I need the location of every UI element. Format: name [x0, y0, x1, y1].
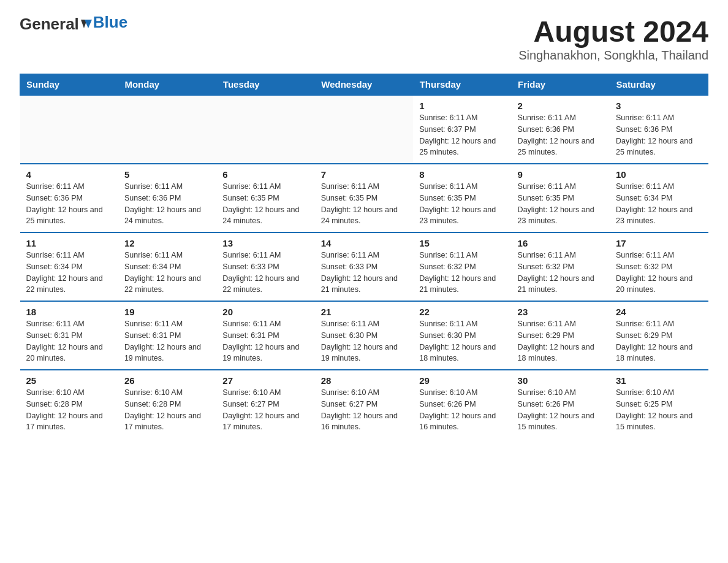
day-number: 14 [321, 238, 407, 248]
day-cell: 10Sunrise: 6:11 AMSunset: 6:34 PMDayligh… [610, 164, 708, 232]
page-header: General Blue August 2024 Singhanakhon, S… [20, 15, 708, 63]
day-info: Sunrise: 6:10 AMSunset: 6:28 PMDaylight:… [124, 387, 210, 433]
day-info: Sunrise: 6:10 AMSunset: 6:26 PMDaylight:… [419, 387, 505, 433]
day-number: 19 [124, 307, 210, 317]
day-cell: 4Sunrise: 6:11 AMSunset: 6:36 PMDaylight… [20, 164, 118, 232]
day-cell: 3Sunrise: 6:11 AMSunset: 6:36 PMDaylight… [610, 95, 708, 164]
day-info: Sunrise: 6:11 AMSunset: 6:33 PMDaylight:… [321, 250, 407, 296]
day-number: 26 [124, 375, 210, 386]
day-number: 20 [222, 307, 308, 317]
day-cell: 23Sunrise: 6:11 AMSunset: 6:29 PMDayligh… [512, 301, 610, 370]
day-number: 29 [419, 375, 505, 386]
day-cell: 24Sunrise: 6:11 AMSunset: 6:29 PMDayligh… [610, 301, 708, 370]
day-cell: 11Sunrise: 6:11 AMSunset: 6:34 PMDayligh… [20, 232, 118, 301]
week-row-4: 18Sunrise: 6:11 AMSunset: 6:31 PMDayligh… [20, 301, 708, 370]
day-cell: 20Sunrise: 6:11 AMSunset: 6:31 PMDayligh… [216, 301, 314, 370]
day-cell: 7Sunrise: 6:11 AMSunset: 6:35 PMDaylight… [315, 164, 413, 232]
day-number: 25 [26, 375, 112, 386]
page-subtitle: Singhanakhon, Songkhla, Thailand [518, 48, 708, 63]
day-cell: 21Sunrise: 6:11 AMSunset: 6:30 PMDayligh… [315, 301, 413, 370]
day-number: 1 [419, 101, 505, 111]
day-info: Sunrise: 6:11 AMSunset: 6:34 PMDaylight:… [26, 250, 112, 296]
day-cell: 14Sunrise: 6:11 AMSunset: 6:33 PMDayligh… [315, 232, 413, 301]
day-cell: 5Sunrise: 6:11 AMSunset: 6:36 PMDaylight… [118, 164, 216, 232]
day-number: 22 [419, 307, 505, 317]
header-friday: Friday [512, 74, 610, 96]
day-cell: 28Sunrise: 6:10 AMSunset: 6:27 PMDayligh… [315, 370, 413, 438]
day-cell: 8Sunrise: 6:11 AMSunset: 6:35 PMDaylight… [413, 164, 511, 232]
day-info: Sunrise: 6:11 AMSunset: 6:34 PMDaylight:… [616, 181, 702, 227]
day-number: 7 [321, 169, 407, 180]
day-cell: 9Sunrise: 6:11 AMSunset: 6:35 PMDaylight… [512, 164, 610, 232]
day-cell [216, 95, 314, 164]
day-info: Sunrise: 6:11 AMSunset: 6:35 PMDaylight:… [222, 181, 308, 227]
day-info: Sunrise: 6:10 AMSunset: 6:26 PMDaylight:… [518, 387, 604, 433]
day-cell: 1Sunrise: 6:11 AMSunset: 6:37 PMDaylight… [413, 95, 511, 164]
header-monday: Monday [118, 74, 216, 96]
header-thursday: Thursday [413, 74, 511, 96]
day-number: 6 [222, 169, 308, 180]
day-number: 23 [518, 307, 604, 317]
day-number: 30 [518, 375, 604, 386]
day-info: Sunrise: 6:11 AMSunset: 6:34 PMDaylight:… [124, 250, 210, 296]
logo-icon [80, 17, 93, 32]
day-info: Sunrise: 6:11 AMSunset: 6:36 PMDaylight:… [616, 112, 702, 158]
day-info: Sunrise: 6:10 AMSunset: 6:27 PMDaylight:… [321, 387, 407, 433]
day-number: 5 [124, 169, 210, 180]
day-info: Sunrise: 6:11 AMSunset: 6:32 PMDaylight:… [518, 250, 604, 296]
day-info: Sunrise: 6:11 AMSunset: 6:36 PMDaylight:… [518, 112, 604, 158]
day-cell: 25Sunrise: 6:10 AMSunset: 6:28 PMDayligh… [20, 370, 118, 438]
day-info: Sunrise: 6:11 AMSunset: 6:29 PMDaylight:… [518, 318, 604, 364]
day-cell: 15Sunrise: 6:11 AMSunset: 6:32 PMDayligh… [413, 232, 511, 301]
day-info: Sunrise: 6:11 AMSunset: 6:33 PMDaylight:… [222, 250, 308, 296]
day-number: 18 [26, 307, 112, 317]
day-number: 8 [419, 169, 505, 180]
day-number: 27 [222, 375, 308, 386]
day-number: 10 [616, 169, 702, 180]
calendar-header-row: SundayMondayTuesdayWednesdayThursdayFrid… [20, 74, 708, 96]
day-info: Sunrise: 6:11 AMSunset: 6:37 PMDaylight:… [419, 112, 505, 158]
week-row-2: 4Sunrise: 6:11 AMSunset: 6:36 PMDaylight… [20, 164, 708, 232]
header-saturday: Saturday [610, 74, 708, 96]
header-wednesday: Wednesday [315, 74, 413, 96]
day-cell: 12Sunrise: 6:11 AMSunset: 6:34 PMDayligh… [118, 232, 216, 301]
page-title: August 2024 [518, 15, 708, 48]
svg-marker-1 [85, 20, 92, 28]
day-info: Sunrise: 6:11 AMSunset: 6:32 PMDaylight:… [419, 250, 505, 296]
day-cell [118, 95, 216, 164]
logo: General Blue [20, 15, 127, 34]
day-info: Sunrise: 6:11 AMSunset: 6:32 PMDaylight:… [616, 250, 702, 296]
day-info: Sunrise: 6:11 AMSunset: 6:30 PMDaylight:… [321, 318, 407, 364]
logo-blue-text: Blue [93, 13, 127, 32]
week-row-5: 25Sunrise: 6:10 AMSunset: 6:28 PMDayligh… [20, 370, 708, 438]
logo-general-text: General [20, 15, 79, 34]
day-info: Sunrise: 6:11 AMSunset: 6:30 PMDaylight:… [419, 318, 505, 364]
day-cell [20, 95, 118, 164]
day-number: 28 [321, 375, 407, 386]
day-number: 16 [518, 238, 604, 248]
day-number: 4 [26, 169, 112, 180]
day-number: 3 [616, 101, 702, 111]
day-cell: 18Sunrise: 6:11 AMSunset: 6:31 PMDayligh… [20, 301, 118, 370]
day-number: 15 [419, 238, 505, 248]
day-info: Sunrise: 6:11 AMSunset: 6:31 PMDaylight:… [222, 318, 308, 364]
day-number: 11 [26, 238, 112, 248]
day-cell: 19Sunrise: 6:11 AMSunset: 6:31 PMDayligh… [118, 301, 216, 370]
day-number: 13 [222, 238, 308, 248]
day-cell: 6Sunrise: 6:11 AMSunset: 6:35 PMDaylight… [216, 164, 314, 232]
day-info: Sunrise: 6:11 AMSunset: 6:31 PMDaylight:… [124, 318, 210, 364]
day-cell [315, 95, 413, 164]
week-row-3: 11Sunrise: 6:11 AMSunset: 6:34 PMDayligh… [20, 232, 708, 301]
day-cell: 17Sunrise: 6:11 AMSunset: 6:32 PMDayligh… [610, 232, 708, 301]
day-info: Sunrise: 6:11 AMSunset: 6:35 PMDaylight:… [419, 181, 505, 227]
day-info: Sunrise: 6:11 AMSunset: 6:35 PMDaylight:… [518, 181, 604, 227]
day-cell: 31Sunrise: 6:10 AMSunset: 6:25 PMDayligh… [610, 370, 708, 438]
day-info: Sunrise: 6:10 AMSunset: 6:27 PMDaylight:… [222, 387, 308, 433]
day-cell: 30Sunrise: 6:10 AMSunset: 6:26 PMDayligh… [512, 370, 610, 438]
day-cell: 16Sunrise: 6:11 AMSunset: 6:32 PMDayligh… [512, 232, 610, 301]
day-info: Sunrise: 6:10 AMSunset: 6:28 PMDaylight:… [26, 387, 112, 433]
day-cell: 13Sunrise: 6:11 AMSunset: 6:33 PMDayligh… [216, 232, 314, 301]
header-tuesday: Tuesday [216, 74, 314, 96]
day-info: Sunrise: 6:11 AMSunset: 6:36 PMDaylight:… [26, 181, 112, 227]
day-info: Sunrise: 6:11 AMSunset: 6:31 PMDaylight:… [26, 318, 112, 364]
